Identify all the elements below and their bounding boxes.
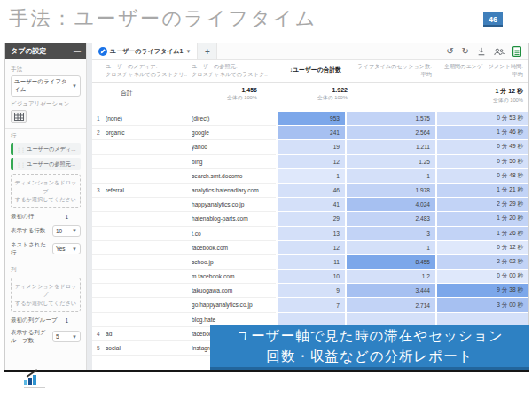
row-source: search.smt.docomo <box>192 169 276 184</box>
cell-engagement-time: 0 分 50 秒 <box>435 155 528 169</box>
row-source: yahoo <box>192 140 276 154</box>
row-number: 4 <box>92 327 106 341</box>
table-visualization-button[interactable] <box>11 110 27 123</box>
row-source: hatenablog-parts.com <box>192 212 276 226</box>
nested-rows-setting: ネストされた行 Yes ▼ <box>11 241 81 257</box>
cell-engagement-time: 1 分 21 秒 <box>435 184 528 198</box>
cell-total-users: 11 <box>276 255 345 270</box>
row-number <box>92 313 106 327</box>
undo-icon[interactable]: ↺ <box>446 47 453 56</box>
column-header-engagement-time[interactable]: 全期間のエンゲージメント時間: 平均 <box>437 60 528 82</box>
cell-lifetime-sessions: 2.564 <box>345 126 435 140</box>
technique-label: 手法 <box>11 66 81 74</box>
minimize-icon[interactable]: — <box>74 47 81 55</box>
table-row[interactable]: t.co 13 3 1 分 26 秒 <box>92 227 528 241</box>
cell-total-users: 29 <box>276 212 345 226</box>
first-col-group-setting: 最初の列グループ 1 <box>11 317 81 325</box>
row-number <box>92 140 106 154</box>
chevron-down-icon: ▼ <box>72 228 77 233</box>
chevron-down-icon: ▼ <box>185 49 191 54</box>
table-row[interactable]: m.facebook.com 10 1.2 0 分 00 秒 <box>92 270 528 284</box>
column-dimension-dropzone[interactable]: ディメンションをドロップ するか選択してください <box>11 278 81 312</box>
row-medium <box>106 198 192 212</box>
row-source: t.co <box>192 227 276 241</box>
cell-engagement-time: 0 分 48 秒 <box>435 169 528 184</box>
show-col-groups-setting: 表示する列グループ数 5 ▼ <box>11 329 81 345</box>
row-medium <box>106 270 192 284</box>
table-row[interactable]: schoo.jp 11 8.455 2 分 02 秒 <box>92 255 528 270</box>
show-rows-select[interactable]: 10 ▼ <box>52 225 81 237</box>
column-header-total-users[interactable]: ↓ユーザーの合計数 <box>276 60 347 82</box>
row-medium: social <box>106 341 192 356</box>
columns-section-label: 列 <box>11 266 81 274</box>
show-col-groups-select[interactable]: 5 ▼ <box>52 331 81 342</box>
cell-total-users: 1 <box>276 169 345 184</box>
cell-lifetime-sessions: 1 <box>345 241 435 255</box>
cell-engagement-time: 3 分 00 秒 <box>435 298 528 312</box>
cell-engagement-time: 0 分 12 秒 <box>435 241 528 255</box>
table-row[interactable]: 2 organic google 241 2.564 1 分 46 秒 <box>92 126 528 140</box>
first-row-label: 最初の行 <box>11 213 34 221</box>
row-dimension-pill-source[interactable]: ⋮⋮ ユーザーの参照元... <box>11 158 81 170</box>
new-tab-button[interactable]: + <box>198 43 217 59</box>
table-row[interactable]: happyanalytics.co.jp 41 4.024 2 分 29 秒 <box>92 198 528 212</box>
cell-engagement-time: 0 分 49 秒 <box>435 140 528 154</box>
drag-handle-icon[interactable]: ⋮⋮ <box>16 161 25 168</box>
tab-bar: ユーザーのライフタイム1 ▼ + ↺ ↻ <box>92 43 528 60</box>
chevron-down-icon: ▼ <box>72 334 77 340</box>
row-number <box>92 284 106 298</box>
row-source: analytics.hatenadiary.com <box>192 184 276 198</box>
row-number <box>92 270 106 284</box>
first-row-value[interactable]: 1 <box>65 214 81 220</box>
row-number <box>92 241 106 255</box>
row-medium <box>106 140 192 154</box>
redo-icon[interactable]: ↻ <box>462 47 469 56</box>
row-source: takuogawa.com <box>192 284 276 298</box>
cell-total-users: 10 <box>276 270 345 284</box>
row-source: bing <box>192 155 276 169</box>
chevron-down-icon: ▼ <box>72 83 77 89</box>
cell-lifetime-sessions: 1.575 <box>345 112 435 126</box>
column-header-source[interactable]: ユーザーの参照元: クロスチャネルでのラストク.. <box>192 60 276 82</box>
show-rows-setting: 表示する行数 10 ▼ <box>11 225 81 237</box>
nested-rows-select[interactable]: Yes ▼ <box>52 243 81 254</box>
cell-engagement-time: 1 分 26 秒 <box>435 227 528 241</box>
cell-total-users: 9 <box>276 284 345 298</box>
cell-lifetime-sessions: 4.024 <box>345 198 435 212</box>
row-medium <box>106 227 192 241</box>
row-medium: (none) <box>106 112 192 126</box>
table-row[interactable]: go.happyanalytics.co.jp 7 2.714 3 分 00 秒 <box>92 298 528 312</box>
tab-settings-body: 手法 ユーザーのライフタイム ▼ ビジュアリゼーション 行 <box>5 59 86 370</box>
table-row[interactable]: search.smt.docomo 1 1 0 分 48 秒 <box>92 169 528 184</box>
slide-number-badge: 46 <box>483 12 503 27</box>
share-users-icon[interactable] <box>494 48 505 56</box>
cell-engagement-time: 0 分 00 秒 <box>435 270 528 284</box>
first-col-group-value[interactable]: 1 <box>65 317 81 324</box>
drag-handle-icon[interactable]: ⋮⋮ <box>16 146 25 153</box>
row-source: facebook.com <box>192 241 276 255</box>
column-header-medium[interactable]: ユーザーのメディア: クロスチャネルでのラストクリ.. <box>92 60 192 82</box>
table-row[interactable]: yahoo 19 1.211 0 分 49 秒 <box>92 140 528 154</box>
table-row[interactable]: 1 (none) (direct) 953 1.575 0 分 53 秒 <box>92 112 528 126</box>
cell-total-users: 241 <box>276 126 345 140</box>
download-icon[interactable] <box>477 47 486 56</box>
column-header-lifetime-sessions[interactable]: ライフタイムのセッション数: 平均 <box>347 60 437 82</box>
row-dimension-dropzone[interactable]: ディメンションをドロップ するか選択してください <box>11 174 81 208</box>
report-tab[interactable]: ユーザーのライフタイム1 ▼ <box>92 43 198 59</box>
export-sheets-icon[interactable] <box>512 46 521 57</box>
row-number: 2 <box>92 126 106 140</box>
row-dimension-pill-medium[interactable]: ⋮⋮ ユーザーのメディ... <box>11 143 81 155</box>
logo-wordmark <box>24 387 45 388</box>
nested-rows-label: ネストされた行 <box>11 241 51 257</box>
cell-total-users: 41 <box>276 198 345 212</box>
table-row[interactable]: 3 referral analytics.hatenadiary.com 46 … <box>92 184 528 198</box>
table-row[interactable]: takuogawa.com 9 3.444 9 分 38 秒 <box>92 284 528 298</box>
technique-select[interactable]: ユーザーのライフタイム ▼ <box>11 75 81 97</box>
table-row[interactable]: bing 12 1.25 0 分 50 秒 <box>92 155 528 169</box>
table-row[interactable]: facebook.com 12 1 0 分 12 秒 <box>92 241 528 255</box>
table-row[interactable]: hatenablog-parts.com 29 2.483 1 分 20 秒 <box>92 212 528 226</box>
chevron-down-icon: ▼ <box>72 246 77 252</box>
row-dimension-label: ユーザーのメディ... <box>27 145 76 153</box>
row-number: 5 <box>92 341 106 356</box>
tab-settings-header: タブの設定 — <box>5 43 86 59</box>
